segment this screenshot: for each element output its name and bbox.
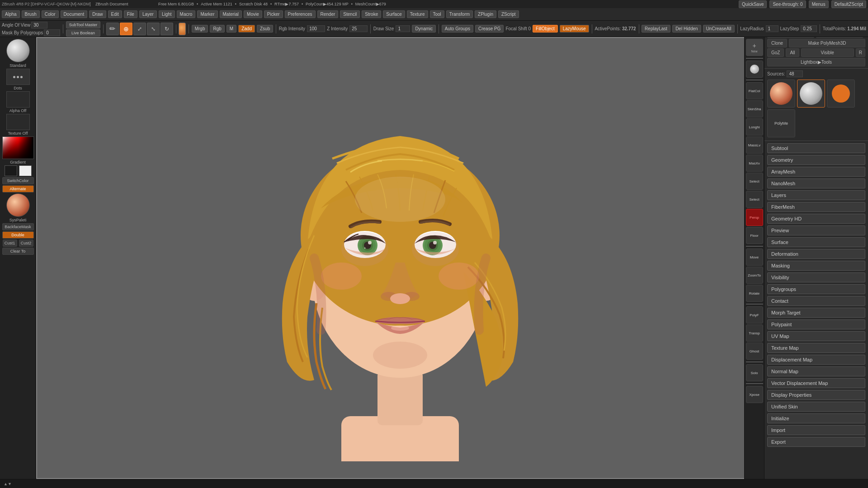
default-zscript-btn[interactable]: DefaultZScript <box>831 0 866 8</box>
menu-stroke[interactable]: Stroke <box>362 10 381 18</box>
r-btn[interactable]: R <box>856 48 865 57</box>
ri-select-btn[interactable]: Select <box>746 173 763 190</box>
ri-persp-btn[interactable]: Persp <box>746 209 763 226</box>
texture-preview[interactable] <box>6 114 30 130</box>
backface-mask-btn[interactable]: BackfaceMask <box>2 223 34 230</box>
geometry-hd-section-btn[interactable]: Geometry HD <box>767 214 865 224</box>
surface-section-btn[interactable]: Surface <box>767 237 865 247</box>
canvas-inner[interactable] <box>36 37 764 479</box>
visibility-section-btn[interactable]: Visibility <box>767 272 865 282</box>
menu-texture[interactable]: Texture <box>407 10 428 18</box>
rgb-btn[interactable]: Rgb <box>210 25 224 33</box>
normal-map-section-btn[interactable]: Normal Map <box>767 366 865 376</box>
cust1-btn[interactable]: Cust1 <box>3 239 17 247</box>
lazy-radius-input[interactable] <box>766 25 778 32</box>
contact-section-btn[interactable]: Contact <box>767 296 865 306</box>
brush-preview[interactable] <box>6 39 30 62</box>
crease-pg-btn[interactable]: Crease PG <box>475 25 504 33</box>
menu-zscript[interactable]: ZScript <box>498 10 519 18</box>
polygroups-section-btn[interactable]: Polygroups <box>767 284 865 294</box>
ri-rotate-btn[interactable]: Rotate <box>746 285 763 302</box>
ri-flat-col-btn[interactable]: FlatCol <box>746 82 763 99</box>
layers-section-btn[interactable]: Layers <box>767 190 865 200</box>
live-boolean-btn[interactable]: Live Boolean <box>66 29 101 37</box>
ri-poly-f-btn[interactable]: PolyF <box>746 306 763 324</box>
dynamic-btn[interactable]: Dynamic <box>412 25 436 33</box>
ri-skin-sha-btn[interactable]: SkinSha <box>746 100 763 117</box>
texture-map-section-btn[interactable]: Texture Map <box>767 343 865 353</box>
switch-color-btn[interactable]: SwitchColor <box>2 177 34 184</box>
lazy-mouse-btn[interactable]: LazyMouse <box>560 25 589 33</box>
draw-size-input[interactable] <box>396 25 410 32</box>
ri-masxv-btn[interactable]: MasXv <box>746 155 763 172</box>
clear-to-btn[interactable]: Clear To <box>2 248 34 255</box>
black-swatch[interactable] <box>5 165 17 176</box>
drag-btn[interactable]: ⊕ <box>120 23 132 35</box>
menu-movie[interactable]: Movie <box>244 10 262 18</box>
ri-xpose-btn[interactable]: Xpose <box>746 386 763 403</box>
quicksave-btn[interactable]: QuickSave <box>739 0 767 8</box>
menu-alpha[interactable]: Alpha <box>2 10 20 18</box>
alternate-btn[interactable]: Alternate <box>2 185 34 192</box>
menu-transform[interactable]: Transform <box>446 10 473 18</box>
material-sphere[interactable] <box>6 193 30 217</box>
dot-pattern[interactable] <box>6 69 30 85</box>
r-export-section-btn[interactable]: Export <box>767 437 865 447</box>
lazy-step-input[interactable] <box>801 25 817 32</box>
color-gradient[interactable] <box>2 136 34 159</box>
new-btn[interactable]: + New <box>746 39 763 56</box>
white-swatch[interactable] <box>19 165 32 176</box>
menu-color[interactable]: Color <box>42 10 59 18</box>
menu-tool[interactable]: Tool <box>430 10 444 18</box>
geometry-section-btn[interactable]: Geometry <box>767 155 865 165</box>
r-import-section-btn[interactable]: Import <box>767 425 865 435</box>
menu-document[interactable]: Document <box>61 10 88 18</box>
ri-floor-btn[interactable]: Floor <box>746 227 763 244</box>
replay-last-btn[interactable]: ReplayLast <box>642 25 670 33</box>
menu-layer[interactable]: Layer <box>139 10 157 18</box>
menus-btn[interactable]: Menus <box>809 0 829 8</box>
ri-move-btn[interactable]: Move <box>746 249 763 266</box>
menu-picker[interactable]: Picker <box>264 10 283 18</box>
initialize-section-btn[interactable]: Initialize <box>767 413 865 423</box>
menu-edit[interactable]: Edit <box>108 10 122 18</box>
lightbox-btn[interactable]: Lightbox▶Tools <box>767 58 865 66</box>
polypaint-section-btn[interactable]: Polypaint <box>767 319 865 329</box>
ri-ghost-btn[interactable]: Ghost <box>746 343 763 360</box>
ri-solo-btn[interactable]: Solo <box>746 364 763 381</box>
see-through-btn[interactable]: See-through: 0 <box>769 0 806 8</box>
menu-surface[interactable]: Surface <box>383 10 405 18</box>
visible-btn[interactable]: Visible <box>801 48 854 57</box>
ri-standard-btn[interactable] <box>746 61 763 78</box>
thumb-simplesphere[interactable] <box>827 80 855 108</box>
menu-draw[interactable]: Draw <box>89 10 106 18</box>
unified-skin-section-btn[interactable]: Unified Skin <box>767 402 865 412</box>
goz-btn[interactable]: GoZ <box>767 48 784 57</box>
menu-macro[interactable]: Macro <box>177 10 196 18</box>
rotate-btn[interactable]: ↻ <box>160 23 173 35</box>
arraymesh-section-btn[interactable]: ArrayMesh <box>767 167 865 177</box>
rgb-intensity-input[interactable] <box>307 25 325 32</box>
masking-section-btn[interactable]: Masking <box>767 261 865 271</box>
material-preview[interactable] <box>179 23 186 35</box>
morph-target-section-btn[interactable]: Morph Target <box>767 308 865 318</box>
menu-render[interactable]: Render <box>317 10 339 18</box>
menu-zplugin[interactable]: ZPlugin <box>475 10 496 18</box>
thumb-polymesh[interactable]: PolyMe <box>767 109 795 137</box>
fill-object-btn[interactable]: FillObject <box>533 25 558 33</box>
make-polymesh-btn[interactable]: Make PolyMesh3D <box>789 39 865 47</box>
subtool-master-btn[interactable]: SubTool Master <box>66 21 101 28</box>
menu-material[interactable]: Material <box>220 10 242 18</box>
cust2-btn[interactable]: Cust2 <box>19 239 33 247</box>
canvas-area[interactable] <box>36 37 764 479</box>
alpha-preview[interactable] <box>6 91 30 108</box>
zadd-btn[interactable]: Zadd <box>238 25 255 33</box>
ri-select2-btn[interactable]: Select <box>746 191 763 208</box>
move-btn[interactable]: ⤢ <box>133 23 146 35</box>
vector-displacement-section-btn[interactable]: Vector Displacement Map <box>767 378 865 388</box>
draw-btn[interactable]: ✏ <box>106 23 119 35</box>
menu-brush[interactable]: Brush <box>22 10 40 18</box>
menu-stencil[interactable]: Stencil <box>340 10 360 18</box>
del-hidden-btn[interactable]: Del Hidden <box>672 25 701 33</box>
double-btn[interactable]: Double <box>2 231 34 239</box>
